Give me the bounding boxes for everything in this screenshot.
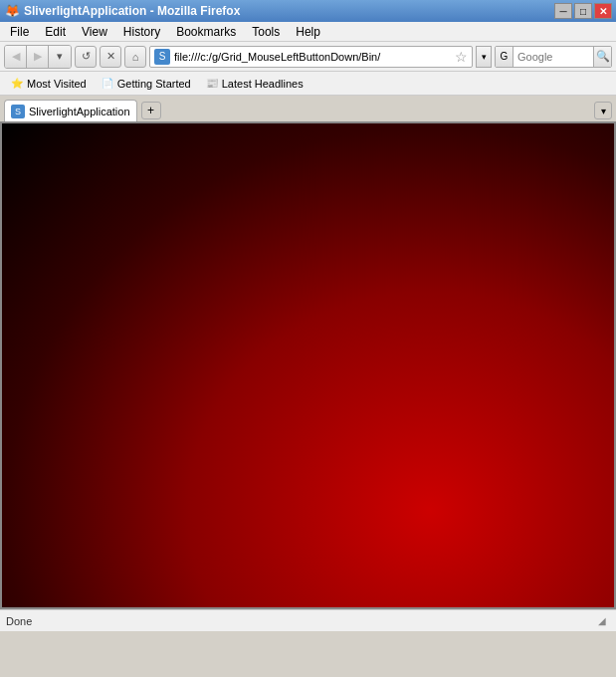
- menu-file[interactable]: File: [4, 23, 35, 41]
- status-bar: Done ◢: [0, 609, 616, 631]
- bookmark-getting-started[interactable]: 📄 Getting Started: [97, 75, 195, 93]
- title-bar: 🦊 SliverlightApplication - Mozilla Firef…: [0, 0, 616, 22]
- search-button[interactable]: 🔍: [593, 46, 611, 68]
- most-visited-icon: ⭐: [10, 77, 24, 91]
- nav-bar: ◀ ▶ ▾ ↺ ✕ ⌂ S file:///c:/g/Grid_MouseLef…: [0, 42, 616, 72]
- new-tab-button[interactable]: +: [141, 102, 161, 119]
- search-container: G 🔍: [495, 46, 612, 68]
- menu-bar: File Edit View History Bookmarks Tools H…: [0, 22, 616, 42]
- tab-scroll-button[interactable]: ▾: [594, 102, 612, 119]
- address-text: file:///c:/g/Grid_MouseLeftButtonDown/Bi…: [174, 51, 451, 63]
- getting-started-label: Getting Started: [117, 78, 191, 90]
- latest-headlines-label: Latest Headlines: [222, 78, 304, 90]
- tab-favicon: S: [11, 105, 25, 118]
- menu-edit[interactable]: Edit: [39, 23, 72, 41]
- google-icon: G: [496, 46, 513, 68]
- latest-headlines-icon: 📰: [205, 77, 219, 91]
- maximize-button[interactable]: □: [574, 3, 592, 19]
- silverlight-content: [0, 121, 616, 609]
- bookmarks-bar: ⭐ Most Visited 📄 Getting Started 📰 Lates…: [0, 72, 616, 96]
- bookmark-latest-headlines[interactable]: 📰 Latest Headlines: [201, 75, 308, 93]
- search-input[interactable]: [513, 51, 593, 63]
- active-tab[interactable]: S SliverlightApplication: [4, 100, 137, 121]
- close-button[interactable]: ✕: [594, 3, 612, 19]
- stop-button[interactable]: ✕: [100, 46, 121, 68]
- back-button[interactable]: ◀: [5, 46, 27, 68]
- address-dropdown-button[interactable]: ▾: [476, 46, 492, 68]
- getting-started-icon: 📄: [101, 77, 114, 91]
- back-forward-group: ◀ ▶ ▾: [4, 45, 72, 69]
- status-text: Done: [6, 615, 32, 627]
- forward-button[interactable]: ▶: [27, 46, 49, 68]
- home-button[interactable]: ⌂: [124, 46, 146, 68]
- menu-history[interactable]: History: [117, 23, 166, 41]
- nav-dropdown-button[interactable]: ▾: [49, 46, 71, 68]
- menu-tools[interactable]: Tools: [246, 23, 286, 41]
- most-visited-label: Most Visited: [27, 78, 87, 90]
- bookmark-most-visited[interactable]: ⭐ Most Visited: [6, 75, 91, 93]
- menu-help[interactable]: Help: [290, 23, 326, 41]
- address-bar[interactable]: S file:///c:/g/Grid_MouseLeftButtonDown/…: [149, 46, 473, 68]
- firefox-icon: 🦊: [4, 3, 20, 19]
- window-title: SliverlightApplication - Mozilla Firefox: [24, 4, 240, 18]
- menu-bookmarks[interactable]: Bookmarks: [170, 23, 242, 41]
- bookmark-star-icon[interactable]: ☆: [455, 49, 468, 65]
- address-bar-container: S file:///c:/g/Grid_MouseLeftButtonDown/…: [149, 46, 492, 68]
- page-icon: S: [154, 49, 170, 65]
- menu-view[interactable]: View: [76, 23, 113, 41]
- tabs-bar: S SliverlightApplication + ▾: [0, 96, 616, 121]
- resize-icon: ◢: [594, 613, 610, 629]
- minimize-button[interactable]: ─: [554, 3, 572, 19]
- title-controls: ─ □ ✕: [554, 3, 612, 19]
- title-bar-left: 🦊 SliverlightApplication - Mozilla Firef…: [4, 3, 240, 19]
- tab-label: SliverlightApplication: [29, 106, 130, 117]
- reload-button[interactable]: ↺: [75, 46, 97, 68]
